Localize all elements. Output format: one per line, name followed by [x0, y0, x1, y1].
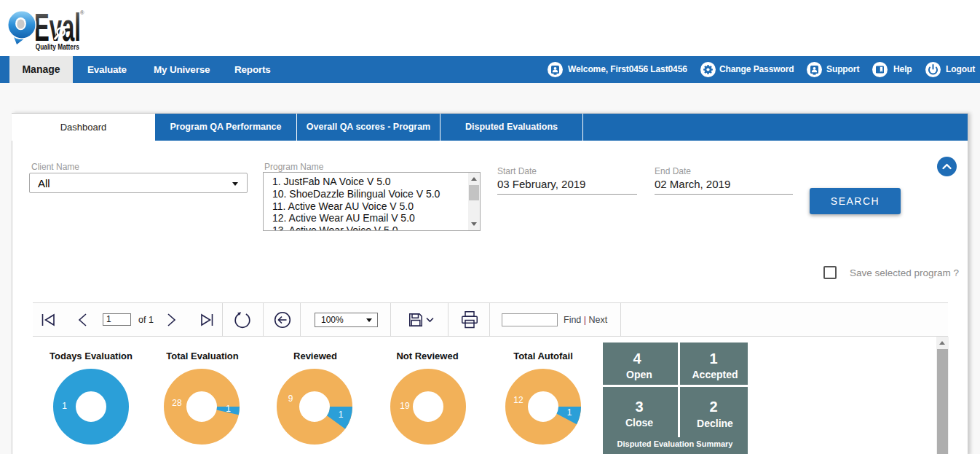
svg-text:1: 1	[339, 410, 344, 420]
svg-text:1: 1	[62, 401, 67, 411]
svg-text:1: 1	[226, 404, 231, 414]
svg-text:12: 12	[513, 395, 523, 405]
svg-text:1: 1	[567, 407, 572, 418]
svg-text:19: 19	[400, 401, 410, 411]
svg-text:28: 28	[172, 398, 182, 408]
svg-text:9: 9	[288, 394, 293, 404]
svg-text:Quality Matters: Quality Matters	[36, 42, 79, 51]
svg-text:®: ®	[80, 9, 84, 16]
